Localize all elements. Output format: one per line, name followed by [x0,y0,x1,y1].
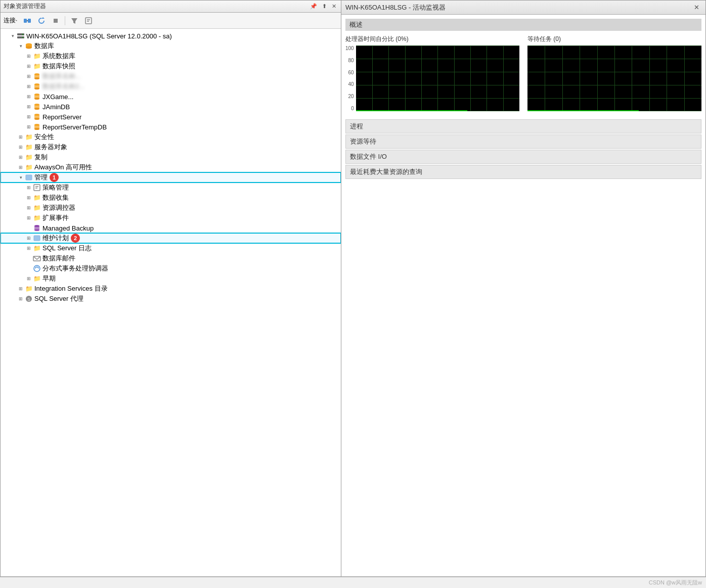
tree-node-db-mail[interactable]: 数据库邮件 [1,253,341,263]
tree-node-server[interactable]: ▾ WIN-K65OA1H8LSG (SQL Server 12.0.2000 … [1,31,341,41]
tree-node-resource-gov[interactable]: ⊞ 📁 资源调控器 [1,203,341,213]
bottom-bar: CSDN @w风雨无阻w [0,577,706,588]
expander[interactable]: ⊞ [25,72,33,80]
db-icon [33,113,41,121]
expander-empty [25,224,33,232]
expander-mgmt[interactable]: ▾ [17,173,25,182]
expander-maintenance[interactable]: ⊞ [25,234,33,242]
reportserver-label: ReportServer [42,113,81,121]
integration-services-label: Integration Services 目录 [34,284,108,293]
panel-titlebar: 对象资源管理器 📌 ⬆ ✕ [1,1,341,13]
policy-label: 策略管理 [42,183,69,192]
expander[interactable]: ⊞ [25,103,33,111]
tree-node-integration-services[interactable]: ⊞ 📁 Integration Services 目录 [1,284,341,294]
y-80: 80 [348,58,354,63]
tree-node-datacollect[interactable]: ⊞ 📁 数据收集 [1,193,341,203]
expander[interactable]: ⊞ [25,275,33,283]
svg-point-24 [34,98,39,100]
cpu-line-svg [356,46,519,111]
cpu-chart-area: 100 80 60 40 20 0 [345,46,519,111]
expander[interactable]: ⊞ [25,52,33,60]
datacollect-icon: 📁 [33,194,41,202]
svg-marker-3 [41,17,45,19]
tree-node-reportservertempdb[interactable]: ⊞ ReportServerTempDB [1,122,341,132]
new-query-button[interactable] [82,15,95,26]
expander[interactable]: ⊞ [25,123,33,131]
tree-node-databases[interactable]: ▾ 数据库 [1,41,341,51]
db-icon [33,93,41,101]
tree-node-maintenance[interactable]: ⊞ 维护计划 2 [1,233,341,243]
tree-node-ext-events[interactable]: ⊞ 📁 扩展事件 [1,213,341,223]
svg-point-27 [34,108,39,110]
float-button[interactable]: ⬆ [321,3,328,10]
expander[interactable]: ⊞ [17,153,25,161]
tree-node-sql-log[interactable]: ⊞ 📁 SQL Server 日志 [1,243,341,253]
processes-label: 进程 [350,122,363,130]
tree-node-sql-agent[interactable]: ⊞ S SQL Server 代理 [1,294,341,304]
cpu-y-axis: 100 80 60 40 20 0 [345,46,356,111]
tree-node-dtc[interactable]: 分布式事务处理协调器 [1,263,341,274]
filter-button[interactable] [68,15,80,26]
db-icon [33,72,41,80]
connect-button[interactable] [21,15,33,26]
tree-node-system-db[interactable]: ⊞ 📁 系统数据库 [1,51,341,61]
activity-monitor-title: WIN-K65OA1H8LSG - 活动监视器 [345,3,446,12]
expander[interactable]: ⊞ [25,82,33,91]
cpu-chart [356,46,519,111]
expander-empty [25,264,33,273]
server-objects-label: 服务器对象 [34,143,67,152]
expander[interactable]: ⊞ [17,285,25,293]
svg-point-18 [34,77,39,79]
tree-node-server-objects[interactable]: ⊞ 📁 服务器对象 [1,142,341,152]
expander[interactable]: ⊞ [25,204,33,212]
svg-text:S: S [27,297,30,302]
expander[interactable]: ⊞ [17,133,25,141]
expander-server[interactable]: ▾ [9,32,17,40]
tree-node-alwayson[interactable]: ⊞ 📁 AlwaysOn 高可用性 [1,162,341,172]
tree-node-security[interactable]: ⊞ 📁 安全性 [1,132,341,142]
tree-node-managed-backup[interactable]: Managed Backup [1,223,341,233]
expander-db[interactable]: ▾ [17,42,25,50]
tree-node-jamindb[interactable]: ⊞ JAminDB [1,102,341,112]
tree-node-management[interactable]: ▾ 管理 1 [1,172,341,183]
svg-rect-1 [28,19,31,23]
expander[interactable]: ⊞ [17,295,25,303]
jamindb-label: JAminDB [42,103,70,111]
refresh-button[interactable] [35,15,48,26]
legacy-icon: 📁 [33,275,41,283]
integration-services-icon: 📁 [25,285,33,293]
expander[interactable]: ⊞ [25,113,33,121]
object-tree[interactable]: ▾ WIN-K65OA1H8LSG (SQL Server 12.0.2000 … [1,29,341,576]
tree-node-db-blur2[interactable]: ⊞ 数据库名称2... [1,81,341,92]
expander[interactable]: ⊞ [25,244,33,252]
stop-button[interactable] [50,15,62,26]
expander[interactable]: ⊞ [25,184,33,192]
tree-node-reportserver[interactable]: ⊞ ReportServer [1,112,341,122]
expander[interactable]: ⊞ [25,194,33,202]
svg-rect-6 [85,18,92,24]
server-objects-icon: 📁 [25,143,33,151]
pin-button[interactable]: 📌 [308,3,319,10]
close-activity-monitor-button[interactable]: ✕ [692,4,701,11]
tree-node-legacy[interactable]: ⊞ 📁 早期 [1,274,341,284]
svg-marker-5 [71,18,77,24]
resource-waits-row[interactable]: 资源等待 [345,134,701,149]
tree-node-jxgame[interactable]: ⊞ JXGame... [1,92,341,102]
databases-label: 数据库 [34,41,54,51]
expander[interactable]: ⊞ [17,143,25,151]
tree-node-policy[interactable]: ⊞ 策略管理 [1,183,341,193]
recent-expensive-queries-row[interactable]: 最近耗费大量资源的查询 [345,165,701,179]
expander[interactable]: ⊞ [25,93,33,101]
expander[interactable]: ⊞ [25,214,33,222]
activity-monitor-content: 概述 处理器时间自分比 (0%) 100 80 60 40 20 0 [341,15,705,576]
data-file-io-row[interactable]: 数据文件 I/O [345,150,701,164]
expander[interactable]: ⊞ [17,163,25,171]
svg-point-21 [34,87,39,89]
tree-node-db-blur1[interactable]: ⊞ 数据库名称... [1,71,341,81]
resource-gov-icon: 📁 [33,204,41,212]
expander[interactable]: ⊞ [25,62,33,70]
close-panel-button[interactable]: ✕ [330,3,338,10]
processes-row[interactable]: 进程 [345,119,701,133]
tree-node-replication[interactable]: ⊞ 📁 复制 [1,152,341,162]
tree-node-db-snapshot[interactable]: ⊞ 📁 数据库快照 [1,61,341,71]
